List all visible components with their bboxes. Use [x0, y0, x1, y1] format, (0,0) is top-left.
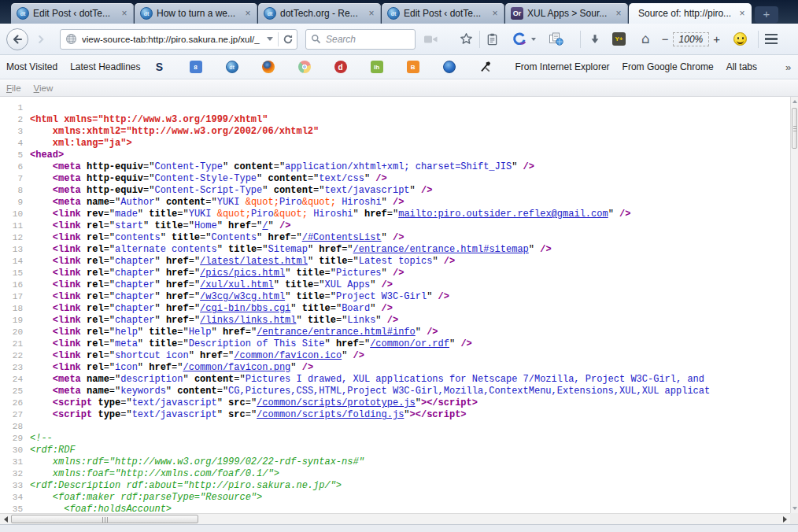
source-link[interactable]: /entrance/entrance.html#sitemap [353, 244, 529, 255]
clipboard-button[interactable] [486, 33, 498, 46]
zoom-out-button[interactable]: − [658, 32, 673, 46]
google-8-bookmark-icon[interactable]: 8 [190, 61, 202, 73]
tab-close-button[interactable]: × [119, 8, 130, 19]
sync-dropdown-icon[interactable] [531, 38, 536, 41]
smiley-extension-icon[interactable] [733, 32, 747, 46]
reload-button[interactable] [283, 34, 294, 45]
bookmark-star-button[interactable] [460, 32, 473, 46]
y-plus-extension-icon[interactable]: Y+ [612, 32, 626, 46]
bookmark-item-most-visited[interactable]: Most Visited [6, 61, 57, 72]
forward-button[interactable] [33, 29, 49, 50]
chrome-bookmark-icon[interactable] [298, 61, 311, 73]
bookmark-item-from-google-chrome[interactable]: From Google Chrome [623, 61, 714, 72]
tabs-container: dtEdit Post ‹ dotTe...×dtHow to turn a w… [11, 3, 752, 24]
source-link[interactable]: /common/or.rdf [370, 338, 449, 349]
url-bar[interactable]: view-source-tab:http://piro.sakura.ne.jp… [60, 29, 297, 50]
home-button[interactable]: ⌂ [641, 32, 650, 46]
tab-close-button[interactable]: × [490, 8, 501, 19]
url-text[interactable]: view-source-tab:http://piro.sakura.ne.jp… [82, 35, 262, 44]
code-token: =" [104, 291, 115, 302]
code-token: =" [251, 220, 262, 231]
source-link[interactable]: /common/favicon.png [183, 362, 290, 373]
vertical-scrollbar-thumb[interactable] [792, 108, 797, 149]
zoom-in-button[interactable]: + [709, 32, 724, 46]
tab[interactable]: dtEdit Post ‹ dotTe...× [11, 3, 134, 24]
code-token: href [166, 279, 189, 290]
source-line: 27 <script type="text/javascript" src="/… [0, 409, 790, 421]
menu-button[interactable] [765, 34, 778, 45]
code-token: =" [189, 291, 200, 302]
source-link[interactable]: /#ContentsList [302, 232, 382, 243]
line-code: <meta http-equiv="Content-Style-Type" co… [30, 173, 790, 185]
new-tab-button[interactable]: + [755, 6, 778, 23]
source-link[interactable]: /entrance/entrance.html#info [257, 327, 416, 338]
source-link[interactable]: /common/scripts/folding.js [257, 409, 404, 420]
code-token: Description of This Site [189, 338, 325, 349]
bookmark-item-all-tabs[interactable]: All tabs [726, 61, 757, 72]
blogger-b-bookmark-icon[interactable]: B [407, 61, 419, 73]
blue-app-bookmark-icon[interactable] [443, 61, 456, 73]
search-field[interactable]: Search [305, 29, 416, 50]
code-token: =" [172, 362, 183, 373]
tools-bookmark-icon[interactable] [479, 61, 492, 73]
source-link[interactable]: /common/scripts/prototype.js [257, 397, 416, 408]
horizontal-scrollbar-thumb[interactable] [11, 515, 198, 523]
dottech-bookmark-icon[interactable]: dt [226, 61, 238, 73]
tab[interactable]: dtdotTech.org - Re...× [258, 3, 381, 24]
code-token: xmlns:rdf="http://www.w3.org/1999/02/22-… [30, 456, 364, 467]
code-token: title [154, 220, 183, 231]
scroll-left-button[interactable] [0, 514, 11, 524]
tab[interactable]: OrXUL Apps > Sour...× [505, 3, 628, 24]
camera-icon[interactable] [423, 34, 439, 45]
tab-close-button[interactable]: × [737, 8, 748, 19]
source-link[interactable]: /links/links.html [200, 315, 296, 326]
code-token [81, 386, 87, 397]
site-identity-globe-icon[interactable] [65, 33, 77, 45]
tab[interactable]: dtHow to turn a we...× [135, 3, 257, 24]
source-link[interactable]: /cgi-bin/bbs.cgi [200, 303, 290, 314]
source-link[interactable]: /xul/xul.html [200, 279, 274, 290]
navy-s-bookmark-icon[interactable]: S [153, 61, 166, 73]
tab[interactable]: Source of: http://piro...× [629, 3, 752, 24]
source-link[interactable]: /latest/latest.html [200, 256, 308, 267]
code-token: <foaf:maker rdf:parseType="Resource"> [30, 492, 262, 503]
scroll-right-button[interactable] [779, 514, 790, 524]
source-link[interactable]: /w3cg/w3cg.html [200, 291, 285, 302]
source-link[interactable]: /pics/pics.html [200, 268, 285, 279]
scroll-down-button[interactable] [791, 504, 798, 513]
line-number: 34 [0, 492, 30, 504]
bookmarks-overflow-chevron[interactable]: » [785, 61, 792, 73]
tab-close-button[interactable]: × [366, 8, 377, 19]
menu-view[interactable]: View [34, 83, 54, 93]
code-token: =" [104, 220, 115, 231]
vertical-scrollbar[interactable] [790, 97, 798, 513]
tab-close-button[interactable]: × [242, 8, 253, 19]
line-code: <meta name="Author" content="YUKI &quot;… [30, 197, 790, 209]
sync-extension-button[interactable] [512, 32, 527, 46]
tab[interactable]: dtEdit Post ‹ dotTe...× [382, 3, 504, 24]
green-lh-bookmark-icon[interactable]: lh [371, 61, 383, 73]
tab-close-button[interactable]: × [613, 8, 624, 19]
translate-pages-button[interactable] [549, 32, 564, 46]
bookmark-item-latest-headlines[interactable]: Latest Headlines [70, 61, 140, 72]
code-token: application/xhtml+xml; charset=Shift_JIS [285, 161, 512, 172]
red-d-bookmark-icon[interactable]: d [334, 61, 347, 73]
zoom-level[interactable]: 100% [673, 32, 710, 46]
code-token: /> [540, 244, 551, 255]
menu-file[interactable]: File [6, 83, 21, 93]
line-code: <link rel="start" title="Home" href="/" … [30, 220, 790, 232]
source-link[interactable]: / [262, 220, 268, 231]
code-token [81, 232, 87, 243]
source-link[interactable]: /common/favicon.ico [234, 350, 342, 361]
firefox-bookmark-icon[interactable] [262, 61, 275, 73]
bookmark-item-from-internet-explorer[interactable]: From Internet Explorer [515, 61, 610, 72]
download-arrow-icon [589, 33, 601, 46]
code-token: chapter [115, 315, 154, 326]
downloads-button[interactable] [589, 33, 601, 46]
scroll-up-button[interactable] [791, 97, 798, 106]
source-link[interactable]: mailto:piro.outsider.reflex@gmail.com [398, 209, 608, 220]
urlbar-dropdown-icon[interactable] [267, 37, 273, 41]
back-button[interactable] [6, 28, 28, 50]
horizontal-scrollbar[interactable] [0, 513, 790, 524]
code-token: /> [382, 279, 393, 290]
